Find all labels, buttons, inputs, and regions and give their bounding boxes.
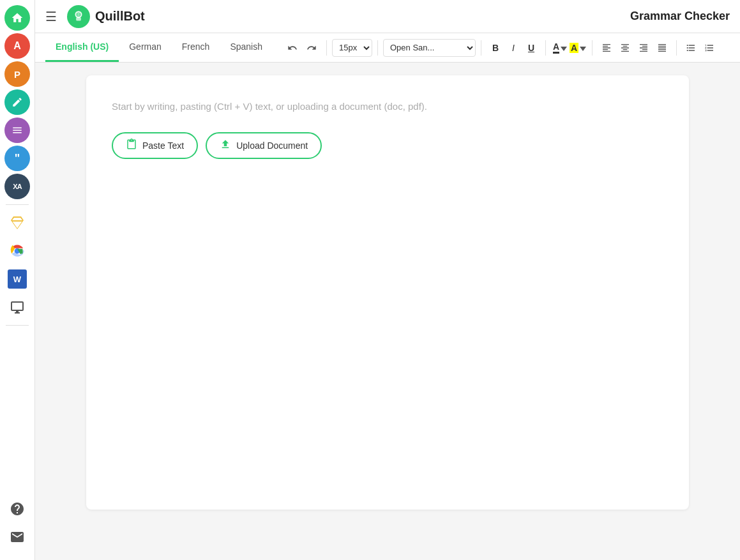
bold-button[interactable]: B <box>487 39 504 57</box>
toolbar-row: English (US) German French Spanish 15px … <box>35 33 740 63</box>
editor-area: Start by writing, pasting (Ctrl + V) tex… <box>35 63 740 560</box>
upload-icon <box>220 139 231 153</box>
page-title: Grammar Checker <box>630 10 730 23</box>
align-right-button[interactable] <box>635 39 653 57</box>
sidebar-item-premium[interactable] <box>4 210 30 236</box>
paste-text-label: Paste Text <box>142 140 184 151</box>
sidebar-divider-1 <box>6 204 29 205</box>
sidebar-item-writing[interactable] <box>4 89 30 115</box>
toolbar-sep-4 <box>545 40 546 56</box>
font-size-select[interactable]: 15px 12px 14px 16px 18px 20px <box>332 39 372 57</box>
font-family-select[interactable]: Open San... Arial Times New Roman Georgi… <box>383 39 476 57</box>
editor-box[interactable]: Start by writing, pasting (Ctrl + V) tex… <box>86 75 689 510</box>
align-group <box>598 39 671 57</box>
toolbar-sep-1 <box>326 40 327 56</box>
align-center-button[interactable] <box>616 39 634 57</box>
hamburger-menu[interactable]: ☰ <box>45 9 57 24</box>
upload-document-label: Upload Document <box>236 140 308 151</box>
main-content: ☰ QuillBot Grammar Checker English (US) … <box>35 0 740 560</box>
sidebar: A P " XA <box>0 0 35 560</box>
toolbar-sep-2 <box>377 40 378 56</box>
italic-button[interactable]: I <box>504 39 522 57</box>
align-left-button[interactable] <box>598 39 615 57</box>
editor-placeholder: Start by writing, pasting (Ctrl + V) tex… <box>112 101 663 112</box>
toolbar-sep-6 <box>676 40 677 56</box>
sidebar-bottom <box>4 496 30 555</box>
sidebar-item-summarize[interactable] <box>4 117 30 143</box>
editor-action-buttons: Paste Text Upload Document <box>112 132 663 159</box>
sidebar-item-chrome[interactable] <box>4 238 30 264</box>
svg-rect-2 <box>76 17 81 20</box>
topbar: ☰ QuillBot Grammar Checker <box>35 0 740 33</box>
redo-button[interactable] <box>302 38 321 57</box>
paste-text-button[interactable]: Paste Text <box>112 132 198 159</box>
highlight-color-button[interactable]: A <box>569 39 587 57</box>
sidebar-item-help[interactable] <box>4 496 30 522</box>
underline-button[interactable]: U <box>522 39 540 57</box>
sidebar-item-home[interactable] <box>4 5 30 31</box>
toolbar-sep-5 <box>592 40 593 56</box>
sidebar-item-citation[interactable]: " <box>4 146 30 171</box>
font-color-button[interactable]: A <box>551 39 569 57</box>
language-tabs: English (US) German French Spanish <box>45 33 273 62</box>
sidebar-item-paraphrase[interactable]: P <box>4 61 30 87</box>
sidebar-item-word[interactable]: W <box>4 266 30 292</box>
toolbar-sep-3 <box>481 40 481 56</box>
logo-text: QuillBot <box>95 9 145 24</box>
logo-icon <box>67 5 90 28</box>
list-group <box>682 39 718 57</box>
tab-english-us[interactable]: English (US) <box>45 33 119 62</box>
ordered-list-button[interactable] <box>700 39 718 57</box>
svg-rect-4 <box>77 12 80 16</box>
unordered-list-button[interactable] <box>682 39 700 57</box>
tab-spanish[interactable]: Spanish <box>220 33 273 62</box>
upload-document-button[interactable]: Upload Document <box>206 132 322 159</box>
sidebar-item-mail[interactable] <box>4 524 30 550</box>
sidebar-item-monitor[interactable] <box>4 294 30 320</box>
paste-icon <box>126 139 137 153</box>
tab-french[interactable]: French <box>172 33 220 62</box>
tab-german[interactable]: German <box>119 33 172 62</box>
sidebar-item-translate[interactable]: XA <box>4 174 30 199</box>
sidebar-item-grammar[interactable]: A <box>4 33 30 59</box>
align-justify-button[interactable] <box>653 39 671 57</box>
logo[interactable]: QuillBot <box>67 5 145 28</box>
sidebar-divider-2 <box>6 325 29 326</box>
undo-button[interactable] <box>283 38 302 57</box>
